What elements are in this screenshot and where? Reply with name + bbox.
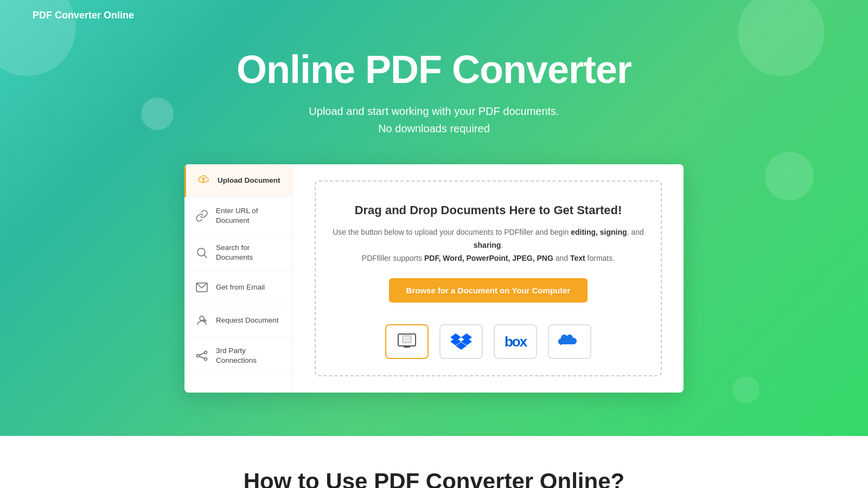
svg-line-11 bbox=[200, 356, 205, 358]
sidebar-url-label: Enter URL of Document bbox=[216, 206, 283, 225]
drop-formats-text: Text bbox=[570, 254, 585, 262]
sidebar-thirdparty-label: 3rd Party Connections bbox=[216, 346, 283, 365]
drop-formats-bold: PDF, Word, PowerPoint, JPEG, PNG bbox=[424, 254, 553, 262]
drop-desc-prefix: Use the button below to upload your docu… bbox=[333, 228, 571, 236]
drop-formats-prefix: PDFfiller supports bbox=[362, 254, 424, 262]
svg-point-8 bbox=[205, 351, 207, 354]
how-title: How to Use PDF Converter Online? bbox=[11, 468, 857, 488]
hero-subtitle-line1: Upload and start working with your PDF d… bbox=[309, 105, 559, 117]
drop-formats-and: and bbox=[553, 254, 570, 262]
box-button[interactable]: box bbox=[494, 324, 537, 359]
local-computer-button[interactable] bbox=[385, 324, 429, 359]
request-icon bbox=[194, 313, 209, 328]
decorative-circle-br bbox=[732, 376, 760, 403]
drop-description: Use the button below to upload your docu… bbox=[332, 226, 644, 265]
decorative-circle-ml bbox=[141, 98, 174, 130]
hero-subtitle-line2: No downloads required bbox=[378, 123, 490, 134]
svg-rect-13 bbox=[403, 336, 411, 343]
drop-desc-suffix: . bbox=[501, 241, 503, 249]
svg-point-1 bbox=[197, 248, 205, 256]
svg-point-9 bbox=[205, 357, 207, 360]
svg-line-2 bbox=[205, 255, 207, 258]
drop-desc-bold1: editing, signing bbox=[571, 228, 627, 236]
connections-icon bbox=[194, 348, 209, 363]
drop-zone[interactable]: Drag and Drop Documents Here to Get Star… bbox=[315, 181, 662, 376]
sidebar-item-upload[interactable]: Upload Document bbox=[184, 164, 292, 197]
sidebar-search-label: Search for Documents bbox=[216, 243, 283, 262]
browse-button[interactable]: Browse for a Document on Your Computer bbox=[389, 278, 588, 303]
drop-desc-mid: , and bbox=[627, 228, 644, 236]
sidebar-request-label: Request Document bbox=[216, 316, 279, 325]
upload-icon bbox=[196, 173, 211, 188]
url-icon bbox=[194, 208, 209, 223]
hero-subtitle: Upload and start working with your PDF d… bbox=[11, 102, 857, 137]
decorative-circle-mr bbox=[765, 152, 814, 201]
onedrive-button[interactable] bbox=[548, 324, 591, 359]
sidebar-item-email[interactable]: Get from Email bbox=[184, 271, 292, 304]
svg-point-4 bbox=[200, 316, 204, 320]
search-icon bbox=[194, 245, 209, 260]
sidebar-upload-label: Upload Document bbox=[218, 176, 280, 185]
how-section: How to Use PDF Converter Online? bbox=[0, 436, 868, 488]
dropbox-button[interactable] bbox=[439, 324, 483, 359]
sidebar-item-thirdparty[interactable]: 3rd Party Connections bbox=[184, 337, 292, 374]
svg-point-7 bbox=[197, 354, 200, 357]
tool-container: Upload Document Enter URL of Document bbox=[184, 164, 684, 393]
drop-formats-suffix: formats. bbox=[585, 254, 615, 262]
sidebar-item-search[interactable]: Search for Documents bbox=[184, 234, 292, 271]
hero-title: Online PDF Converter bbox=[11, 47, 857, 92]
svg-line-10 bbox=[200, 353, 205, 355]
upload-area: Drag and Drop Documents Here to Get Star… bbox=[293, 164, 684, 393]
sidebar-email-label: Get from Email bbox=[216, 282, 265, 292]
drop-title: Drag and Drop Documents Here to Get Star… bbox=[332, 203, 644, 217]
sidebar-item-url[interactable]: Enter URL of Document bbox=[184, 197, 292, 234]
sidebar-item-request[interactable]: Request Document bbox=[184, 304, 292, 337]
email-icon bbox=[194, 280, 209, 295]
drop-desc-bold2: sharing bbox=[474, 241, 501, 249]
hero-section: Online PDF Converter Upload and start wo… bbox=[0, 31, 868, 164]
cloud-services-row: box bbox=[332, 324, 644, 359]
sidebar: Upload Document Enter URL of Document bbox=[184, 164, 293, 393]
